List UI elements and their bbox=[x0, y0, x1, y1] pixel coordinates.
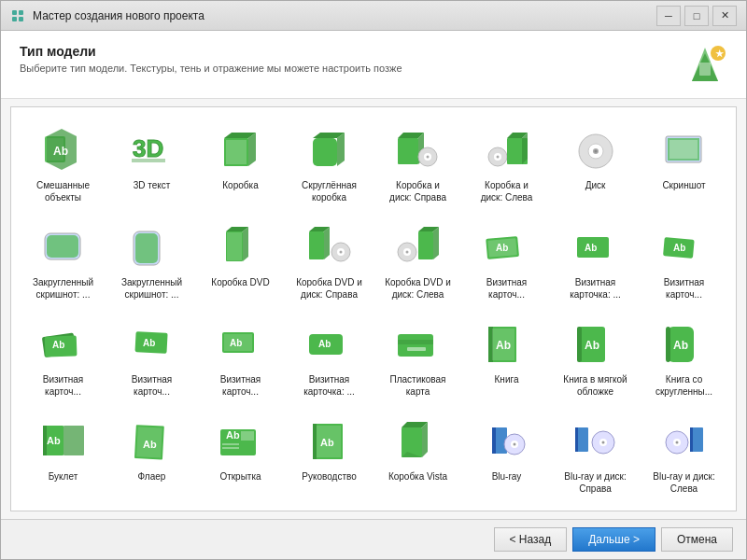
grid-item-dvd-box[interactable]: Коробка DVD bbox=[198, 214, 283, 307]
item-label: Коробка DVD и диск: Слева bbox=[385, 276, 452, 301]
svg-marker-21 bbox=[337, 133, 345, 166]
item-label: Диск bbox=[585, 179, 606, 191]
item-icon-dvd-disc-left bbox=[392, 220, 444, 273]
item-label: Коробка и диск: Справа bbox=[385, 179, 452, 203]
grid-item-rounded-screenshot[interactable]: Закругленный скришнот: ... bbox=[21, 214, 106, 307]
item-label: Визитная карточка: ... bbox=[562, 276, 629, 301]
maximize-button[interactable]: □ bbox=[684, 6, 709, 26]
grid-item-dvd-disc-left[interactable]: Коробка DVD и диск: Слева bbox=[375, 214, 460, 307]
grid-item-bcard6[interactable]: Ab Визитная карточ... bbox=[198, 311, 283, 404]
item-icon-bcard5: Ab bbox=[126, 317, 178, 370]
grid-item-dvd-disc-right[interactable]: Коробка DVD и диск: Справа bbox=[287, 214, 372, 307]
item-label: Коробка и диск: Слева bbox=[473, 179, 541, 203]
grid-item-mixed[interactable]: Ab Смешанные объекты bbox=[21, 117, 106, 210]
svg-text:Ab: Ab bbox=[496, 339, 511, 352]
item-label: Книга в мягкой обложке bbox=[562, 373, 629, 398]
item-label: 3D текст bbox=[134, 179, 171, 191]
item-icon-dvd-box bbox=[215, 220, 267, 273]
section-title: Тип модели bbox=[20, 44, 402, 59]
grid-item-bcard1[interactable]: Ab Визитная карточ... bbox=[464, 214, 549, 307]
item-label: Визитная карточ... bbox=[30, 373, 97, 398]
grid-item-notebook[interactable]: Ab Блокнот bbox=[21, 505, 106, 511]
grid-item-manual[interactable]: Ab Руководство bbox=[287, 408, 372, 501]
grid-item-box-disc-right[interactable]: Коробка и диск: Справа bbox=[375, 117, 460, 210]
back-button[interactable]: < Назад bbox=[494, 527, 568, 552]
grid-item-rounded-book[interactable]: Ab Книга со скругленны... bbox=[641, 311, 726, 404]
grid-item-laptop105[interactable]: Ноутбук: 105° bbox=[198, 505, 283, 511]
svg-marker-47 bbox=[243, 227, 248, 261]
grid-item-bcard7[interactable]: Ab Визитная карточка: ... bbox=[287, 311, 372, 404]
item-icon-rounded-box bbox=[303, 123, 356, 175]
item-icon-book: Ab bbox=[481, 317, 533, 370]
scroll-area[interactable]: Ab Смешанные объекты 3D 3D текст Коробка bbox=[11, 107, 736, 511]
svg-rect-1 bbox=[19, 10, 23, 15]
item-label: Буклет bbox=[49, 470, 78, 483]
svg-rect-14 bbox=[132, 159, 165, 162]
svg-point-30 bbox=[496, 156, 499, 159]
item-icon-softbook: Ab bbox=[570, 317, 622, 370]
svg-rect-86 bbox=[577, 327, 582, 362]
svg-rect-48 bbox=[227, 232, 242, 260]
item-label: Коробка Vista bbox=[388, 470, 447, 483]
svg-point-123 bbox=[675, 441, 678, 444]
item-icon-bluray-disc-right bbox=[570, 414, 622, 467]
header-icon: ★ bbox=[683, 44, 727, 89]
cancel-button[interactable]: Отмена bbox=[661, 527, 733, 552]
svg-text:Ab: Ab bbox=[318, 339, 331, 349]
grid-item-bcard3[interactable]: Ab Визитная карточ... bbox=[641, 214, 726, 307]
grid-item-ipad[interactable]: iPad Pro bbox=[464, 505, 549, 511]
grid-item-flyer[interactable]: Ab Флаер bbox=[109, 408, 194, 501]
svg-rect-19 bbox=[313, 138, 337, 166]
item-icon-bcard7: Ab bbox=[303, 317, 356, 370]
svg-point-120 bbox=[601, 441, 604, 444]
item-icon-rounded-book: Ab bbox=[658, 317, 711, 370]
svg-text:Ab: Ab bbox=[496, 243, 508, 253]
svg-point-27 bbox=[426, 156, 429, 159]
grid-item-bcard2[interactable]: Ab Визитная карточка: ... bbox=[553, 214, 638, 307]
header-text: Тип модели Выберите тип модели. Текстуры… bbox=[20, 44, 402, 74]
grid-item-iphone6s[interactable]: iPhone 6s bbox=[553, 505, 638, 511]
item-label: Визитная карточ... bbox=[207, 373, 275, 398]
grid-item-rounded-box[interactable]: Скруглённая коробка bbox=[287, 117, 372, 210]
item-label: Книга bbox=[495, 373, 519, 385]
grid-item-bcard4[interactable]: Ab Визитная карточ... bbox=[21, 311, 106, 404]
minimize-button[interactable]: ─ bbox=[656, 6, 681, 26]
svg-text:Ab: Ab bbox=[143, 338, 155, 348]
grid-item-softbook[interactable]: Ab Книга в мягкой обложке bbox=[553, 311, 638, 404]
svg-rect-6 bbox=[699, 63, 711, 76]
grid-item-bcard5[interactable]: Ab Визитная карточ... bbox=[109, 311, 194, 404]
svg-rect-78 bbox=[398, 334, 433, 357]
grid-item-vista-box[interactable]: Коробка Vista bbox=[375, 408, 460, 501]
grid-item-rounded-screenshot2[interactable]: Закругленный скришнот: ... bbox=[109, 214, 194, 307]
grid-item-book[interactable]: Ab Книга bbox=[464, 311, 549, 404]
item-label: Визитная карточ... bbox=[473, 276, 541, 301]
header-section: Тип модели Выберите тип модели. Текстуры… bbox=[1, 31, 746, 99]
svg-rect-49 bbox=[309, 231, 324, 259]
item-label: Коробка bbox=[222, 179, 258, 191]
grid-item-box[interactable]: Коробка bbox=[198, 117, 283, 210]
close-button[interactable]: ✕ bbox=[712, 6, 737, 26]
grid-item-samsung[interactable]: Samsung Galaxy S6 bbox=[641, 505, 726, 511]
grid-item-imac[interactable]: iMac bbox=[109, 505, 194, 511]
grid-item-laptop90[interactable]: Ноутбук: 90° bbox=[287, 505, 372, 511]
item-icon-bcard4: Ab bbox=[37, 317, 90, 370]
next-button[interactable]: Дальше > bbox=[572, 527, 655, 552]
item-icon-disc bbox=[570, 123, 622, 175]
grid-item-bluray-disc-right[interactable]: Blu-ray и диск: Справа bbox=[553, 408, 638, 501]
grid-item-plastic-card[interactable]: Пластиковая карта bbox=[375, 311, 460, 404]
grid-item-disc[interactable]: Диск bbox=[553, 117, 638, 210]
grid-item-iphonex[interactable]: iPhone X bbox=[375, 505, 460, 511]
svg-rect-89 bbox=[666, 327, 670, 362]
grid-item-postcard[interactable]: Ab Открытка bbox=[198, 408, 283, 501]
svg-rect-112 bbox=[492, 427, 496, 454]
grid-item-bluray[interactable]: Blu-ray bbox=[464, 408, 549, 501]
grid-item-box-disc-left[interactable]: Коробка и диск: Слева bbox=[464, 117, 549, 210]
grid-item-3dtext[interactable]: 3D 3D текст bbox=[109, 117, 194, 210]
grid-item-screenshot[interactable]: Скриншот bbox=[641, 117, 726, 210]
svg-rect-40 bbox=[669, 140, 698, 159]
item-icon-bluray-disc-left bbox=[658, 414, 711, 467]
grid-item-bluray-disc-left[interactable]: Blu-ray и диск: Слева bbox=[641, 408, 726, 501]
grid-item-booklet[interactable]: Ab Буклет bbox=[21, 408, 106, 501]
window-icon bbox=[10, 8, 25, 23]
item-icon-bcard6: Ab bbox=[215, 317, 267, 370]
